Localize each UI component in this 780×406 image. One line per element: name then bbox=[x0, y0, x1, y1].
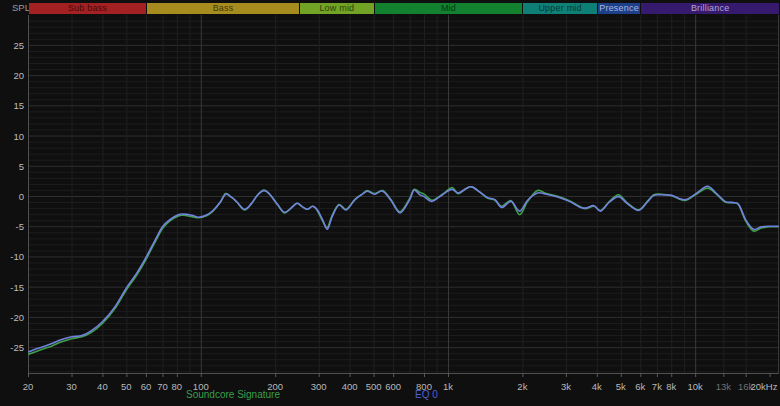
y-axis-title: SPL bbox=[12, 2, 30, 13]
x-tick-label: 8k bbox=[666, 381, 676, 392]
y-tick-label: 25 bbox=[0, 39, 24, 50]
y-tick-label: -25 bbox=[0, 342, 24, 353]
y-tick-label: -5 bbox=[0, 221, 24, 232]
x-tick-label: 70 bbox=[157, 381, 168, 392]
x-tick-label: 600 bbox=[385, 381, 401, 392]
x-tick-label: 5k bbox=[616, 381, 626, 392]
y-tick-label: -15 bbox=[0, 281, 24, 292]
x-tick-label: 6k bbox=[635, 381, 645, 392]
x-tick-label: 3k bbox=[561, 381, 571, 392]
x-tick-label: 13k bbox=[716, 381, 731, 392]
chart-canvas bbox=[0, 0, 780, 406]
y-tick-label: -10 bbox=[0, 251, 24, 262]
band-sub-bass: Sub bass bbox=[29, 3, 146, 14]
x-tick-label: 10k bbox=[688, 381, 703, 392]
band-brilliance: Brilliance bbox=[641, 3, 779, 14]
band-bass: Bass bbox=[147, 3, 299, 14]
band-presence: Presence bbox=[598, 3, 641, 14]
x-tick-label: 1k bbox=[443, 381, 453, 392]
x-tick-label: 30 bbox=[66, 381, 77, 392]
x-tick-label: 20kHz bbox=[751, 381, 778, 392]
frequency-response-panel: SPL Sub bassBassLow midMidUpper midPrese… bbox=[0, 0, 780, 406]
band-upper-mid: Upper mid bbox=[523, 3, 596, 14]
x-tick-label: 50 bbox=[121, 381, 132, 392]
legend-soundcore-signature: Soundcore Signature bbox=[186, 389, 280, 400]
x-tick-label: 20 bbox=[23, 381, 34, 392]
x-tick-label: 400 bbox=[342, 381, 358, 392]
x-tick-label: 7k bbox=[652, 381, 662, 392]
band-low-mid: Low mid bbox=[300, 3, 373, 14]
legend-eq-0: EQ 0 bbox=[415, 389, 438, 400]
band-mid: Mid bbox=[375, 3, 523, 14]
x-tick-label: 2k bbox=[517, 381, 527, 392]
y-tick-label: 10 bbox=[0, 130, 24, 141]
y-tick-label: 0 bbox=[0, 191, 24, 202]
x-tick-label: 80 bbox=[172, 381, 183, 392]
x-tick-label: 300 bbox=[311, 381, 327, 392]
x-tick-label: 500 bbox=[366, 381, 382, 392]
x-tick-label: 40 bbox=[97, 381, 108, 392]
y-tick-label: 5 bbox=[0, 160, 24, 171]
y-tick-label: -20 bbox=[0, 311, 24, 322]
y-tick-label: 20 bbox=[0, 70, 24, 81]
x-tick-label: 4k bbox=[592, 381, 602, 392]
x-tick-label: 60 bbox=[141, 381, 152, 392]
y-tick-label: 15 bbox=[0, 100, 24, 111]
